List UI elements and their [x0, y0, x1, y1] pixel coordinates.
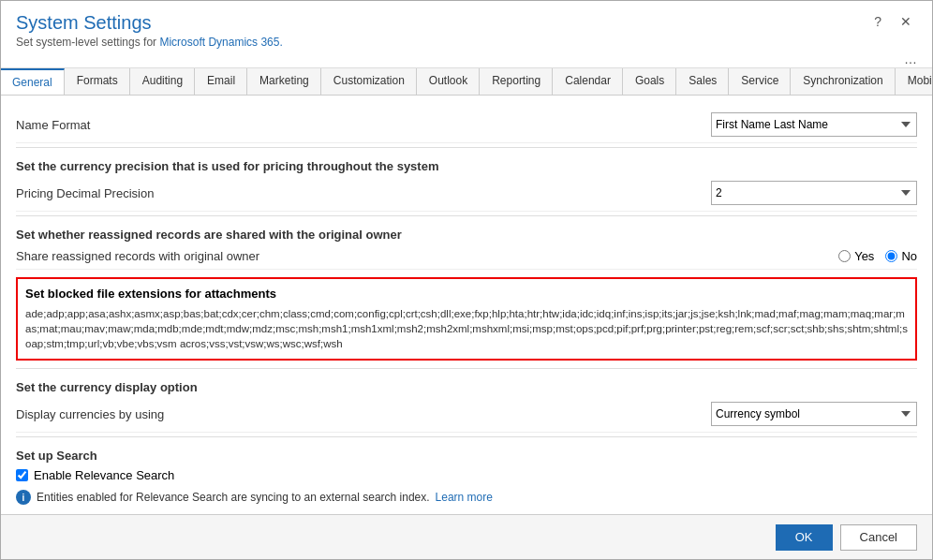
- currency-precision-dropdown[interactable]: 0 1 2 3 4: [711, 181, 917, 205]
- info-icon: i: [16, 490, 31, 505]
- learn-more-link[interactable]: Learn more: [436, 491, 493, 504]
- tab-reporting[interactable]: Reporting: [480, 68, 553, 95]
- share-no-text: No: [901, 249, 917, 263]
- sep2: [16, 215, 917, 216]
- currency-precision-heading: Set the currency precision that is used …: [16, 152, 917, 175]
- currency-precision-control: 0 1 2 3 4: [574, 181, 917, 205]
- share-yes-text: Yes: [854, 249, 874, 263]
- share-no-label[interactable]: No: [885, 249, 917, 263]
- tab-calendar[interactable]: Calendar: [553, 68, 623, 95]
- content-area: Name Format First Name Last Name Last Na…: [1, 96, 932, 514]
- enable-relevance-checkbox[interactable]: [16, 469, 28, 481]
- enable-relevance-label: Enable Relevance Search: [34, 468, 174, 482]
- sep4: [16, 436, 917, 437]
- cancel-button[interactable]: Cancel: [840, 524, 917, 551]
- title-bar-controls: ? ✕: [868, 12, 917, 31]
- title-bar-left: System Settings Set system-level setting…: [16, 12, 283, 49]
- name-format-control: First Name Last Name Last Name First Nam…: [574, 112, 917, 137]
- title-bar: System Settings Set system-level setting…: [1, 1, 932, 52]
- sep3: [16, 368, 917, 369]
- ellipsis-row: …: [1, 52, 932, 67]
- tab-auditing[interactable]: Auditing: [130, 68, 195, 95]
- name-format-label: Name Format: [16, 118, 556, 132]
- tab-email[interactable]: Email: [195, 68, 247, 95]
- currency-display-control: Currency symbol Currency code: [574, 402, 917, 426]
- info-row: i Entities enabled for Relevance Search …: [16, 486, 917, 508]
- tab-general[interactable]: General: [1, 68, 65, 95]
- close-button[interactable]: ✕: [895, 12, 917, 31]
- dialog-subtitle: Set system-level settings for Microsoft …: [16, 36, 283, 49]
- share-yes-label[interactable]: Yes: [838, 249, 874, 263]
- share-radio-group: Yes No: [838, 249, 917, 263]
- currency-display-dropdown[interactable]: Currency symbol Currency code: [711, 402, 917, 426]
- tab-formats[interactable]: Formats: [65, 68, 130, 95]
- currency-precision-row: Pricing Decimal Precision 0 1 2 3 4: [16, 175, 917, 212]
- reassigned-records-control: Yes No: [574, 249, 917, 263]
- currency-display-label: Display currencies by using: [16, 407, 556, 421]
- tab-synchronization[interactable]: Synchronization: [791, 68, 895, 95]
- share-no-radio[interactable]: [885, 250, 897, 262]
- footer: OK Cancel: [1, 514, 932, 559]
- tab-customization[interactable]: Customization: [321, 68, 417, 95]
- sep1: [16, 147, 917, 148]
- search-heading: Set up Search: [16, 441, 917, 464]
- name-format-row: Name Format First Name Last Name Last Na…: [16, 107, 917, 143]
- tabs: General Formats Auditing Email Marketing…: [1, 68, 932, 95]
- brand-text: Microsoft Dynamics 365.: [159, 36, 282, 49]
- reassigned-records-row: Share reassigned records with original o…: [16, 243, 917, 270]
- ok-button[interactable]: OK: [776, 524, 833, 551]
- help-button[interactable]: ?: [868, 12, 887, 31]
- tab-marketing[interactable]: Marketing: [247, 68, 321, 95]
- blocked-files-section: Set blocked file extensions for attachme…: [16, 277, 917, 361]
- reassigned-records-label: Share reassigned records with original o…: [16, 249, 556, 263]
- tab-service[interactable]: Service: [729, 68, 791, 95]
- tab-mobile-client[interactable]: Mobile Client: [896, 68, 932, 95]
- reassigned-records-heading: Set whether reassigned records are share…: [16, 220, 917, 243]
- enable-relevance-row: Enable Relevance Search: [16, 464, 917, 486]
- currency-precision-label: Pricing Decimal Precision: [16, 186, 556, 200]
- name-format-dropdown[interactable]: First Name Last Name Last Name First Nam…: [711, 112, 917, 137]
- share-yes-radio[interactable]: [838, 250, 851, 262]
- dialog-title: System Settings: [16, 12, 283, 34]
- currency-display-row: Display currencies by using Currency sym…: [16, 396, 917, 433]
- tab-outlook[interactable]: Outlook: [417, 68, 480, 95]
- tabs-container: General Formats Auditing Email Marketing…: [1, 67, 932, 96]
- tab-goals[interactable]: Goals: [623, 68, 676, 95]
- blocked-files-title: Set blocked file extensions for attachme…: [25, 287, 908, 301]
- system-settings-dialog: System Settings Set system-level setting…: [0, 0, 933, 560]
- tab-sales[interactable]: Sales: [676, 68, 729, 95]
- info-text: Entities enabled for Relevance Search ar…: [37, 491, 430, 504]
- currency-display-heading: Set the currency display option: [16, 373, 917, 396]
- blocked-files-text: ade;adp;app;asa;ashx;asmx;asp;bas;bat;cd…: [25, 306, 908, 351]
